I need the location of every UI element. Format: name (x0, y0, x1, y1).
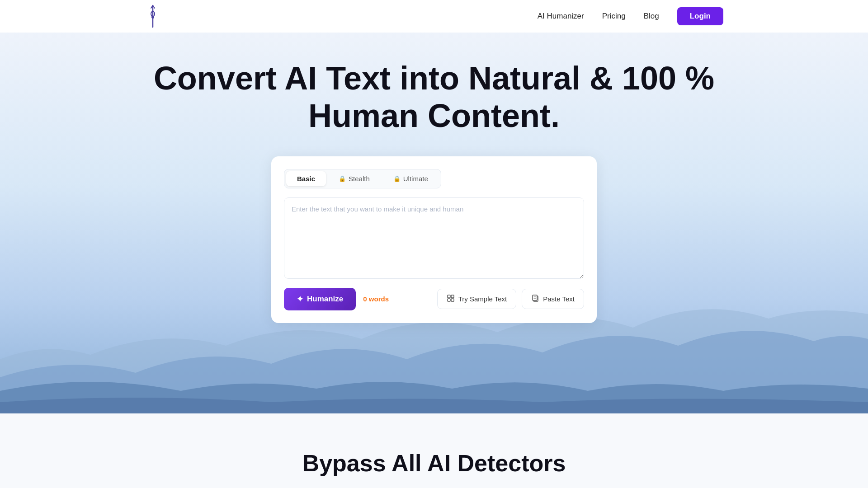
bypass-title: Bypass All AI Detectors (145, 450, 723, 477)
word-count-display: 0 words (363, 295, 389, 303)
logo-area (145, 5, 161, 28)
footer-left: ✦ Humanize 0 words (284, 288, 389, 310)
humanize-label: Humanize (307, 295, 343, 304)
navbar: AI Humanizer Pricing Blog Login (0, 0, 868, 33)
svg-rect-4 (451, 299, 454, 301)
login-button[interactable]: Login (677, 7, 723, 25)
try-sample-icon (447, 294, 455, 304)
tab-ultimate[interactable]: 🔒 Ultimate (382, 171, 439, 186)
try-sample-label: Try Sample Text (458, 295, 507, 303)
logo-icon (145, 5, 161, 28)
paste-text-label: Paste Text (543, 295, 575, 303)
nav-links: AI Humanizer Pricing Blog Login (538, 7, 723, 25)
try-sample-button[interactable]: Try Sample Text (437, 289, 517, 309)
hero-title: Convert AI Text into Natural & 100 % Hum… (0, 60, 868, 135)
stealth-lock-icon: 🔒 (339, 175, 346, 182)
main-card: Basic 🔒 Stealth 🔒 Ultimate ✦ Humanize 0 (271, 156, 597, 323)
nav-blog[interactable]: Blog (644, 12, 659, 21)
word-count-suffix: words (367, 295, 389, 303)
below-fold-section: Bypass All AI Detectors GPTZero Original… (0, 413, 868, 488)
humanize-textarea[interactable] (284, 197, 584, 279)
card-footer: ✦ Humanize 0 words (284, 288, 584, 310)
word-count-value: 0 (363, 295, 367, 303)
hero-spacer (0, 323, 868, 413)
tab-stealth[interactable]: 🔒 Stealth (328, 171, 381, 186)
svg-rect-6 (533, 295, 537, 300)
svg-rect-1 (448, 295, 450, 298)
tab-ultimate-label: Ultimate (403, 175, 428, 183)
svg-point-0 (151, 16, 154, 19)
humanize-button[interactable]: ✦ Humanize (284, 288, 356, 310)
paste-icon (531, 294, 539, 304)
svg-rect-2 (451, 295, 454, 298)
tab-basic-label: Basic (297, 175, 315, 183)
nav-pricing[interactable]: Pricing (602, 12, 626, 21)
paste-text-button[interactable]: Paste Text (522, 289, 584, 309)
hero-section: Convert AI Text into Natural & 100 % Hum… (0, 33, 868, 413)
footer-right: Try Sample Text Paste Text (437, 289, 584, 309)
svg-rect-3 (448, 299, 450, 301)
ultimate-lock-icon: 🔒 (393, 175, 401, 182)
sparkle-icon: ✦ (297, 294, 303, 304)
tab-group: Basic 🔒 Stealth 🔒 Ultimate (284, 169, 441, 188)
tab-stealth-label: Stealth (349, 175, 370, 183)
tab-basic[interactable]: Basic (286, 171, 326, 186)
nav-ai-humanizer[interactable]: AI Humanizer (538, 12, 584, 21)
